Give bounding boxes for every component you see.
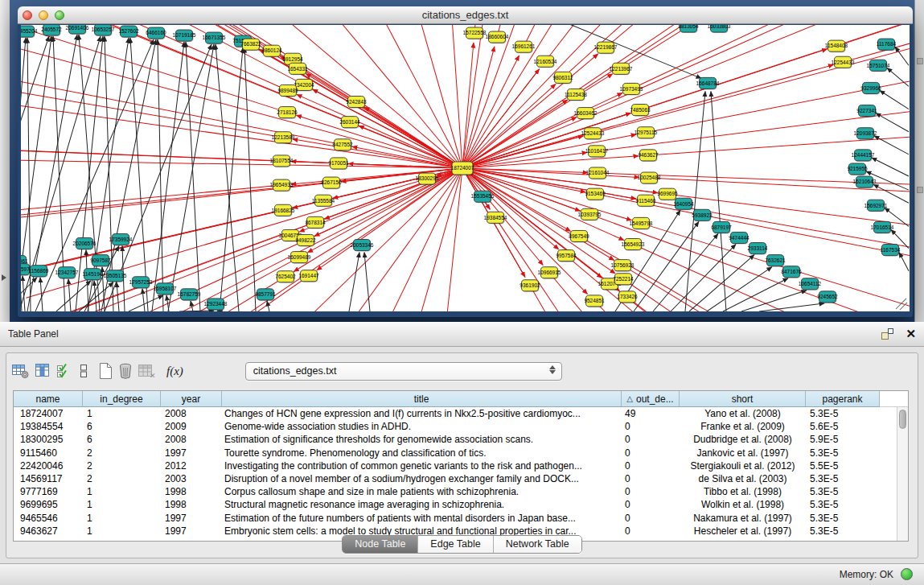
graph-node[interactable]: 11016417 (585, 146, 609, 158)
graph-node[interactable]: 1654331 (287, 63, 308, 75)
table-row[interactable]: 946554611997Estimation of the future num… (14, 512, 908, 525)
graph-node[interactable]: 10719185 (173, 30, 196, 42)
citation-network-graph[interactable]: 1645520424055722069140610653257152760264… (21, 25, 910, 311)
table-cell[interactable]: 14569117 (14, 472, 83, 485)
table-cell[interactable]: Structural magnetic resonance image aver… (222, 498, 622, 511)
table-cell[interactable]: 2012 (161, 459, 222, 472)
graph-node[interactable]: 12093872 (854, 128, 877, 140)
graph-node[interactable]: 16455204 (21, 26, 38, 38)
function-builder-icon[interactable]: f(x) (166, 361, 183, 381)
graph-node[interactable]: 11548408 (825, 40, 848, 52)
graph-node[interactable]: 12342757 (55, 267, 79, 279)
table-cell[interactable]: 0 (622, 512, 680, 525)
graph-node[interactable]: 9329966 (860, 82, 881, 94)
table-cell[interactable]: Dudbridge et al. (2008) (680, 433, 806, 446)
graph-node[interactable]: 12975115 (634, 127, 658, 139)
graph-node[interactable]: 15751074 (867, 60, 890, 72)
table-cell[interactable]: Tibbo et al. (1998) (680, 485, 806, 498)
graph-node[interactable]: 10653257 (92, 25, 115, 36)
table-cell[interactable]: 6 (83, 433, 161, 446)
table-cell[interactable]: de Silva et al. (2003) (680, 472, 806, 485)
graph-node[interactable]: 15722558 (463, 27, 487, 39)
table-settings-icon[interactable] (11, 361, 30, 381)
graph-node[interactable]: 11125438 (565, 89, 587, 101)
table-cell[interactable]: 0 (622, 447, 680, 459)
float-panel-icon[interactable] (881, 328, 894, 340)
graph-node[interactable]: 16648784 (696, 77, 720, 89)
graph-node[interactable]: 20691406 (66, 25, 89, 35)
graph-node[interactable]: 15535456 (471, 191, 495, 203)
graph-node[interactable]: 18107554 (270, 155, 294, 167)
graph-node[interactable]: 9227341 (856, 105, 877, 117)
table-cell[interactable]: 9465546 (14, 512, 83, 525)
select-columns-icon[interactable] (34, 361, 52, 381)
close-panel-icon[interactable]: ✕ (906, 328, 916, 340)
graph-node[interactable]: 9474444 (729, 232, 749, 244)
tab-edge-table[interactable]: Edge Table (418, 536, 493, 553)
table-row[interactable]: 911546021997Tourette syndrome. Phenomeno… (14, 447, 908, 459)
import-table-icon[interactable]: ✕ (138, 361, 156, 381)
scrollbar-thumb[interactable] (899, 410, 906, 429)
graph-node[interactable]: 19384554 (484, 212, 507, 224)
graph-node[interactable]: 19166825 (272, 204, 295, 216)
column-header-pagerank[interactable]: pagerank (806, 391, 880, 407)
graph-node[interactable]: 7632621 (765, 255, 786, 267)
table-row[interactable]: 1830029562008Estimation of significance … (14, 433, 908, 446)
graph-node[interactable]: 16210643 (853, 176, 877, 188)
table-cell[interactable]: 49 (622, 407, 680, 420)
graph-node[interactable]: 10393795 (578, 208, 602, 220)
graph-node[interactable]: 20053346 (351, 239, 374, 251)
new-table-icon[interactable] (97, 361, 113, 381)
graph-node[interactable]: 9498222 (295, 234, 316, 246)
graph-node[interactable]: 1167534 (881, 245, 901, 257)
graph-node[interactable]: 9215955 (847, 163, 868, 175)
graph-node[interactable]: 9115460 (636, 195, 656, 207)
graph-node[interactable]: 1640954 (673, 198, 694, 210)
table-cell[interactable]: Nakamura et al. (1997) (680, 512, 806, 525)
graph-node[interactable]: 9153469 (585, 188, 606, 200)
graph-node[interactable]: 9806312 (552, 72, 573, 84)
graph-node[interactable]: 1733426 (617, 291, 638, 303)
graph-node[interactable]: 6879197 (711, 221, 732, 233)
table-cell[interactable]: 19384554 (14, 420, 83, 433)
table-cell[interactable]: 5.3E-5 (806, 447, 880, 459)
table-row[interactable]: 977716911998Corpus callosum shape and si… (14, 485, 908, 498)
graph-node[interactable]: 9524851 (584, 295, 605, 307)
table-cell[interactable]: 9115460 (14, 447, 83, 459)
graph-node[interactable]: 12213967 (610, 63, 633, 75)
table-cell[interactable]: 2 (83, 472, 161, 485)
table-row[interactable]: 1938455462009Genome-wide association stu… (14, 420, 908, 433)
table-cell[interactable]: 0 (622, 459, 680, 472)
graph-node[interactable]: 12219867 (594, 42, 618, 54)
table-panel-titlebar[interactable]: Table Panel ✕ (0, 322, 924, 347)
graph-node[interactable]: 7252214 (613, 274, 634, 286)
table-row[interactable]: 2242004622012Investigating the contribut… (14, 459, 908, 472)
table-cell[interactable]: 5.9E-5 (806, 433, 880, 446)
graph-node[interactable]: 9860124 (261, 45, 282, 57)
column-header-out_de[interactable]: △out_de... (622, 391, 680, 407)
table-cell[interactable]: 1 (83, 485, 161, 498)
graph-node[interactable]: 1156869 (29, 266, 49, 278)
graph-node[interactable]: 9957584 (556, 250, 577, 262)
table-cell[interactable]: 2 (83, 447, 161, 459)
table-cell[interactable]: 18300295 (14, 433, 83, 446)
table-cell[interactable]: 5.6E-5 (806, 420, 880, 433)
table-cell[interactable]: 2009 (161, 420, 222, 433)
table-cell[interactable]: 18724007 (14, 407, 83, 420)
graph-node[interactable]: 16958107 (154, 283, 177, 295)
table-cell[interactable]: Estimation of significance thresholds fo… (222, 433, 622, 446)
table-cell[interactable]: 1997 (161, 512, 222, 525)
graph-node[interactable]: 8267150 (321, 177, 342, 189)
graph-node[interactable]: 1117684 (877, 39, 897, 51)
graph-node[interactable]: 9899489 (277, 84, 298, 97)
table-cell[interactable]: Corpus callosum shape and size in male p… (222, 485, 622, 498)
graph-node[interactable]: 16961261 (512, 41, 536, 53)
table-cell[interactable]: 0 (622, 433, 680, 446)
table-cell[interactable]: 1 (83, 498, 161, 511)
graph-node[interactable]: 8813054 (678, 25, 699, 33)
graph-node[interactable]: 15692971 (864, 200, 888, 212)
graph-node[interactable]: 17957253 (129, 277, 153, 289)
table-cell[interactable]: 1 (83, 512, 161, 525)
graph-node[interactable]: 12444157 (852, 150, 875, 162)
graph-node[interactable]: 2933114 (748, 243, 768, 255)
